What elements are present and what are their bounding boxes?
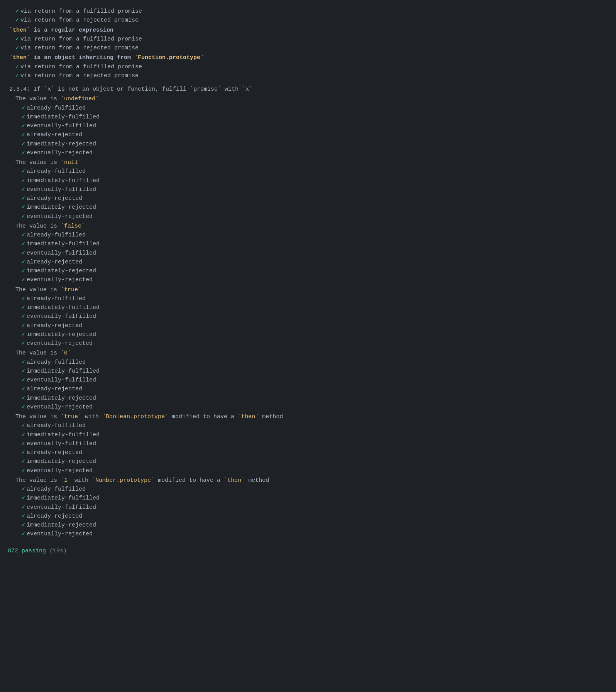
check-icon: ✓: [22, 204, 25, 211]
pass-label: already-rejected: [27, 132, 82, 138]
pass-label: already-rejected: [27, 386, 82, 392]
check-icon: ✓: [22, 340, 25, 347]
pass-item: ✓immediately-fulfilled: [8, 176, 608, 185]
check-icon: ✓: [22, 304, 25, 311]
pass-item: ✓eventually-fulfilled: [8, 312, 608, 321]
passing-time: (19s): [49, 548, 67, 554]
check-icon: ✓: [22, 250, 25, 257]
pass-label: immediately-fulfilled: [27, 495, 100, 501]
check-icon: ✓: [22, 386, 25, 392]
pass-item: ✓already-fulfilled: [8, 231, 608, 240]
pass-item: ✓already-fulfilled: [8, 421, 608, 430]
pass-label: immediately-fulfilled: [27, 368, 100, 375]
test-output: ✓via return from a fulfilled promise ✓vi…: [8, 4, 608, 555]
pass-item: ✓immediately-fulfilled: [8, 113, 608, 122]
pass-label: eventually-rejected: [27, 213, 93, 220]
pass-label: eventually-fulfilled: [27, 186, 96, 193]
pass-label: immediately-fulfilled: [27, 241, 100, 247]
value-group-header: The value is `1` with `Number.prototype`…: [8, 476, 608, 485]
pass-label: already-fulfilled: [27, 168, 86, 175]
pass-item: ✓immediately-rejected: [8, 330, 608, 339]
pass-label: eventually-fulfilled: [27, 313, 96, 320]
check-icon: ✓: [15, 45, 19, 51]
check-icon: ✓: [22, 331, 25, 338]
check-icon: ✓: [22, 141, 25, 147]
check-icon: ✓: [22, 132, 25, 138]
check-icon: ✓: [22, 449, 25, 456]
pass-label: immediately-fulfilled: [27, 114, 100, 120]
pass-label: already-rejected: [27, 513, 82, 520]
check-icon: ✓: [22, 395, 25, 402]
pass-item: ✓already-fulfilled: [8, 104, 608, 113]
pass-item: ✓eventually-rejected: [8, 275, 608, 284]
value-group-header: The value is `undefined`: [8, 95, 608, 103]
pass-label: immediately-rejected: [27, 204, 96, 211]
value-group-header: The value is `0`: [8, 349, 608, 358]
pass-item: ✓eventually-rejected: [8, 530, 608, 538]
pass-label: eventually-rejected: [27, 404, 93, 410]
check-icon: ✓: [22, 259, 25, 265]
check-icon: ✓: [22, 422, 25, 429]
value-group-header: The value is `true` with `Boolean.protot…: [8, 412, 608, 421]
pass-item: ✓via return from a fulfilled promise: [8, 7, 608, 16]
pass-item: ✓already-rejected: [8, 448, 608, 457]
check-icon: ✓: [15, 36, 19, 42]
check-icon: ✓: [22, 105, 25, 111]
check-icon: ✓: [22, 277, 25, 283]
check-icon: ✓: [22, 441, 25, 447]
pass-item: ✓immediately-fulfilled: [8, 430, 608, 439]
pass-item: ✓immediately-fulfilled: [8, 303, 608, 312]
pass-item: ✓immediately-rejected: [8, 140, 608, 149]
check-icon: ✓: [22, 522, 25, 528]
pass-item: ✓already-fulfilled: [8, 167, 608, 176]
pass-label: via return from a rejected promise: [20, 73, 139, 79]
check-icon: ✓: [22, 486, 25, 493]
check-icon: ✓: [22, 195, 25, 202]
section-234-header: 2.3.4: If `x` is not an object or functi…: [8, 85, 608, 94]
check-icon: ✓: [22, 504, 25, 511]
pass-label: eventually-rejected: [27, 531, 93, 537]
value-group-header: The value is `true`: [8, 285, 608, 294]
check-icon: ✓: [22, 531, 25, 537]
pass-label: via return from a fulfilled promise: [20, 64, 142, 70]
check-icon: ✓: [22, 168, 25, 175]
pass-label: immediately-fulfilled: [27, 304, 100, 311]
pass-label: eventually-rejected: [27, 468, 93, 474]
pass-label: via return from a rejected promise: [20, 45, 139, 51]
pass-item: ✓eventually-fulfilled: [8, 185, 608, 194]
pass-item: ✓eventually-fulfilled: [8, 122, 608, 130]
pass-label: via return from a fulfilled promise: [20, 36, 142, 42]
pass-item: ✓already-rejected: [8, 512, 608, 521]
check-icon: ✓: [22, 432, 25, 438]
check-icon: ✓: [22, 213, 25, 220]
pass-item: ✓immediately-rejected: [8, 521, 608, 530]
check-icon: ✓: [22, 513, 25, 520]
check-icon: ✓: [22, 186, 25, 193]
check-icon: ✓: [22, 268, 25, 274]
check-icon: ✓: [22, 377, 25, 383]
check-icon: ✓: [22, 114, 25, 120]
pass-label: immediately-rejected: [27, 395, 96, 402]
check-icon: ✓: [22, 468, 25, 474]
pass-label: eventually-fulfilled: [27, 441, 96, 447]
pass-item: ✓eventually-fulfilled: [8, 503, 608, 512]
pass-item: ✓already-rejected: [8, 130, 608, 139]
pass-label: already-fulfilled: [27, 486, 86, 493]
pass-item: ✓immediately-rejected: [8, 203, 608, 212]
pass-item: ✓already-fulfilled: [8, 358, 608, 367]
pass-item: ✓already-rejected: [8, 194, 608, 203]
pass-label: already-fulfilled: [27, 422, 86, 429]
pass-label: immediately-fulfilled: [27, 432, 100, 438]
pass-item: ✓eventually-rejected: [8, 339, 608, 348]
check-icon: ✓: [22, 313, 25, 320]
check-icon: ✓: [22, 177, 25, 184]
pass-label: eventually-fulfilled: [27, 250, 96, 257]
check-icon: ✓: [22, 123, 25, 129]
check-icon: ✓: [22, 368, 25, 375]
pass-label: already-rejected: [27, 449, 82, 456]
pass-label: immediately-rejected: [27, 268, 96, 274]
pass-item: ✓immediately-rejected: [8, 394, 608, 403]
pass-item: ✓already-rejected: [8, 258, 608, 267]
pass-item: ✓eventually-fulfilled: [8, 439, 608, 448]
pass-item: ✓already-rejected: [8, 385, 608, 393]
